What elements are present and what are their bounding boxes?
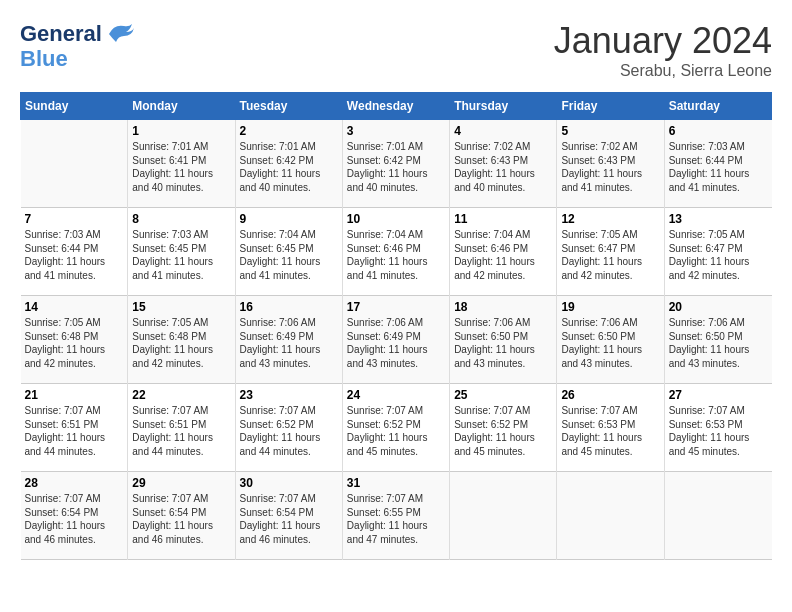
- day-info: Sunrise: 7:06 AM Sunset: 6:49 PM Dayligh…: [347, 316, 445, 370]
- calendar-cell: 14Sunrise: 7:05 AM Sunset: 6:48 PM Dayli…: [21, 296, 128, 384]
- calendar-cell: 29Sunrise: 7:07 AM Sunset: 6:54 PM Dayli…: [128, 472, 235, 560]
- calendar-cell: 6Sunrise: 7:03 AM Sunset: 6:44 PM Daylig…: [664, 120, 771, 208]
- page: General Blue January 2024 Serabu, Sierra…: [0, 0, 792, 612]
- day-info: Sunrise: 7:07 AM Sunset: 6:52 PM Dayligh…: [240, 404, 338, 458]
- calendar-cell: 5Sunrise: 7:02 AM Sunset: 6:43 PM Daylig…: [557, 120, 664, 208]
- calendar-cell: 4Sunrise: 7:02 AM Sunset: 6:43 PM Daylig…: [450, 120, 557, 208]
- calendar-cell: 20Sunrise: 7:06 AM Sunset: 6:50 PM Dayli…: [664, 296, 771, 384]
- day-number: 12: [561, 212, 659, 226]
- calendar-cell: 7Sunrise: 7:03 AM Sunset: 6:44 PM Daylig…: [21, 208, 128, 296]
- day-info: Sunrise: 7:05 AM Sunset: 6:48 PM Dayligh…: [25, 316, 124, 370]
- calendar-cell: 18Sunrise: 7:06 AM Sunset: 6:50 PM Dayli…: [450, 296, 557, 384]
- day-number: 1: [132, 124, 230, 138]
- day-number: 11: [454, 212, 552, 226]
- day-info: Sunrise: 7:03 AM Sunset: 6:44 PM Dayligh…: [25, 228, 124, 282]
- calendar-cell: 24Sunrise: 7:07 AM Sunset: 6:52 PM Dayli…: [342, 384, 449, 472]
- day-number: 22: [132, 388, 230, 402]
- day-info: Sunrise: 7:01 AM Sunset: 6:42 PM Dayligh…: [347, 140, 445, 194]
- calendar-week-row: 7Sunrise: 7:03 AM Sunset: 6:44 PM Daylig…: [21, 208, 772, 296]
- day-info: Sunrise: 7:01 AM Sunset: 6:42 PM Dayligh…: [240, 140, 338, 194]
- calendar-cell: 26Sunrise: 7:07 AM Sunset: 6:53 PM Dayli…: [557, 384, 664, 472]
- day-info: Sunrise: 7:03 AM Sunset: 6:45 PM Dayligh…: [132, 228, 230, 282]
- calendar-cell: 8Sunrise: 7:03 AM Sunset: 6:45 PM Daylig…: [128, 208, 235, 296]
- day-info: Sunrise: 7:03 AM Sunset: 6:44 PM Dayligh…: [669, 140, 768, 194]
- calendar-cell: 16Sunrise: 7:06 AM Sunset: 6:49 PM Dayli…: [235, 296, 342, 384]
- calendar-cell: 17Sunrise: 7:06 AM Sunset: 6:49 PM Dayli…: [342, 296, 449, 384]
- day-info: Sunrise: 7:07 AM Sunset: 6:53 PM Dayligh…: [669, 404, 768, 458]
- day-info: Sunrise: 7:04 AM Sunset: 6:45 PM Dayligh…: [240, 228, 338, 282]
- col-header-friday: Friday: [557, 93, 664, 120]
- calendar-week-row: 14Sunrise: 7:05 AM Sunset: 6:48 PM Dayli…: [21, 296, 772, 384]
- day-info: Sunrise: 7:07 AM Sunset: 6:54 PM Dayligh…: [240, 492, 338, 546]
- day-info: Sunrise: 7:04 AM Sunset: 6:46 PM Dayligh…: [454, 228, 552, 282]
- day-info: Sunrise: 7:06 AM Sunset: 6:50 PM Dayligh…: [669, 316, 768, 370]
- calendar-cell: 21Sunrise: 7:07 AM Sunset: 6:51 PM Dayli…: [21, 384, 128, 472]
- col-header-sunday: Sunday: [21, 93, 128, 120]
- header: General Blue January 2024 Serabu, Sierra…: [20, 20, 772, 80]
- day-number: 13: [669, 212, 768, 226]
- day-number: 29: [132, 476, 230, 490]
- calendar-cell: 15Sunrise: 7:05 AM Sunset: 6:48 PM Dayli…: [128, 296, 235, 384]
- day-info: Sunrise: 7:07 AM Sunset: 6:54 PM Dayligh…: [25, 492, 124, 546]
- calendar-cell: 25Sunrise: 7:07 AM Sunset: 6:52 PM Dayli…: [450, 384, 557, 472]
- day-number: 4: [454, 124, 552, 138]
- calendar-cell: 13Sunrise: 7:05 AM Sunset: 6:47 PM Dayli…: [664, 208, 771, 296]
- day-number: 27: [669, 388, 768, 402]
- day-number: 20: [669, 300, 768, 314]
- logo: General Blue: [20, 20, 134, 70]
- day-number: 28: [25, 476, 124, 490]
- day-info: Sunrise: 7:02 AM Sunset: 6:43 PM Dayligh…: [561, 140, 659, 194]
- day-info: Sunrise: 7:07 AM Sunset: 6:55 PM Dayligh…: [347, 492, 445, 546]
- calendar-cell: [557, 472, 664, 560]
- month-title: January 2024: [554, 20, 772, 62]
- calendar-week-row: 21Sunrise: 7:07 AM Sunset: 6:51 PM Dayli…: [21, 384, 772, 472]
- day-number: 23: [240, 388, 338, 402]
- calendar-cell: 19Sunrise: 7:06 AM Sunset: 6:50 PM Dayli…: [557, 296, 664, 384]
- day-info: Sunrise: 7:07 AM Sunset: 6:52 PM Dayligh…: [454, 404, 552, 458]
- day-number: 21: [25, 388, 124, 402]
- day-number: 17: [347, 300, 445, 314]
- col-header-monday: Monday: [128, 93, 235, 120]
- day-number: 8: [132, 212, 230, 226]
- calendar-week-row: 28Sunrise: 7:07 AM Sunset: 6:54 PM Dayli…: [21, 472, 772, 560]
- day-number: 10: [347, 212, 445, 226]
- day-number: 15: [132, 300, 230, 314]
- day-info: Sunrise: 7:06 AM Sunset: 6:50 PM Dayligh…: [454, 316, 552, 370]
- calendar-cell: 10Sunrise: 7:04 AM Sunset: 6:46 PM Dayli…: [342, 208, 449, 296]
- day-number: 16: [240, 300, 338, 314]
- calendar-cell: [450, 472, 557, 560]
- calendar-table: SundayMondayTuesdayWednesdayThursdayFrid…: [20, 92, 772, 560]
- logo-text: General: [20, 23, 102, 45]
- day-number: 31: [347, 476, 445, 490]
- day-number: 24: [347, 388, 445, 402]
- col-header-wednesday: Wednesday: [342, 93, 449, 120]
- day-number: 19: [561, 300, 659, 314]
- day-info: Sunrise: 7:04 AM Sunset: 6:46 PM Dayligh…: [347, 228, 445, 282]
- col-header-tuesday: Tuesday: [235, 93, 342, 120]
- day-info: Sunrise: 7:07 AM Sunset: 6:51 PM Dayligh…: [25, 404, 124, 458]
- calendar-cell: [664, 472, 771, 560]
- calendar-cell: 1Sunrise: 7:01 AM Sunset: 6:41 PM Daylig…: [128, 120, 235, 208]
- day-number: 25: [454, 388, 552, 402]
- day-number: 3: [347, 124, 445, 138]
- calendar-cell: 31Sunrise: 7:07 AM Sunset: 6:55 PM Dayli…: [342, 472, 449, 560]
- day-info: Sunrise: 7:02 AM Sunset: 6:43 PM Dayligh…: [454, 140, 552, 194]
- day-number: 14: [25, 300, 124, 314]
- day-info: Sunrise: 7:06 AM Sunset: 6:50 PM Dayligh…: [561, 316, 659, 370]
- day-info: Sunrise: 7:07 AM Sunset: 6:52 PM Dayligh…: [347, 404, 445, 458]
- day-info: Sunrise: 7:05 AM Sunset: 6:47 PM Dayligh…: [669, 228, 768, 282]
- calendar-cell: 12Sunrise: 7:05 AM Sunset: 6:47 PM Dayli…: [557, 208, 664, 296]
- day-info: Sunrise: 7:01 AM Sunset: 6:41 PM Dayligh…: [132, 140, 230, 194]
- day-number: 5: [561, 124, 659, 138]
- calendar-cell: 30Sunrise: 7:07 AM Sunset: 6:54 PM Dayli…: [235, 472, 342, 560]
- day-number: 2: [240, 124, 338, 138]
- day-number: 26: [561, 388, 659, 402]
- calendar-week-row: 1Sunrise: 7:01 AM Sunset: 6:41 PM Daylig…: [21, 120, 772, 208]
- calendar-cell: 11Sunrise: 7:04 AM Sunset: 6:46 PM Dayli…: [450, 208, 557, 296]
- day-info: Sunrise: 7:07 AM Sunset: 6:53 PM Dayligh…: [561, 404, 659, 458]
- calendar-header-row: SundayMondayTuesdayWednesdayThursdayFrid…: [21, 93, 772, 120]
- logo-blue-text: Blue: [20, 48, 68, 70]
- day-info: Sunrise: 7:05 AM Sunset: 6:47 PM Dayligh…: [561, 228, 659, 282]
- day-info: Sunrise: 7:07 AM Sunset: 6:54 PM Dayligh…: [132, 492, 230, 546]
- day-info: Sunrise: 7:06 AM Sunset: 6:49 PM Dayligh…: [240, 316, 338, 370]
